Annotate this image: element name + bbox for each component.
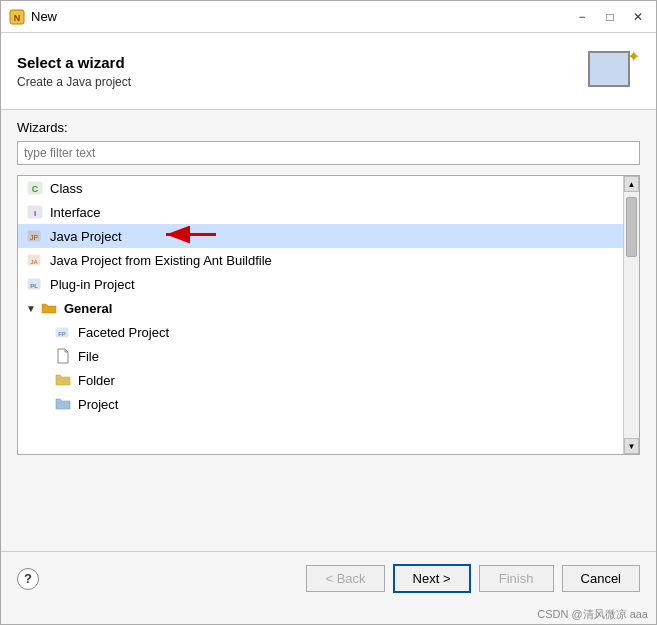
maximize-button[interactable]: □ (600, 7, 620, 27)
window-controls: − □ ✕ (572, 7, 648, 27)
svg-text:JP: JP (30, 234, 39, 241)
scrollbar[interactable]: ▲ ▼ (623, 176, 639, 454)
scrollbar-thumb[interactable] (626, 197, 637, 257)
list-item-interface-label: Interface (50, 205, 101, 220)
filter-input[interactable] (17, 141, 640, 165)
list-item-faceted-label: Faceted Project (78, 325, 169, 340)
window: N New − □ ✕ Select a wizard Create a Jav… (0, 0, 657, 625)
java-project-icon: JP (26, 227, 44, 245)
header-text: Select a wizard Create a Java project (17, 54, 131, 89)
list-item-interface[interactable]: I Interface (18, 200, 623, 224)
file-icon (54, 347, 72, 365)
group-general-label: General (64, 301, 112, 316)
svg-text:N: N (14, 13, 21, 23)
svg-text:I: I (34, 209, 36, 218)
java-ant-icon: JA (26, 251, 44, 269)
header-section: Select a wizard Create a Java project ✦ (1, 33, 656, 110)
svg-text:JA: JA (30, 259, 38, 265)
watermark: CSDN @清风微凉 aaa (1, 605, 656, 624)
window-icon: N (9, 9, 25, 25)
cancel-button[interactable]: Cancel (562, 565, 640, 592)
chevron-down-icon: ▼ (26, 303, 36, 314)
svg-text:FP: FP (58, 331, 66, 337)
wizards-list[interactable]: C Class I Interface JP (18, 176, 623, 454)
list-item-folder[interactable]: Folder (18, 368, 623, 392)
list-item-java-ant-label: Java Project from Existing Ant Buildfile (50, 253, 272, 268)
scrollbar-track[interactable] (624, 192, 639, 438)
svg-text:PL: PL (30, 283, 38, 289)
general-folder-icon (40, 299, 58, 317)
help-button[interactable]: ? (17, 568, 39, 590)
close-button[interactable]: ✕ (628, 7, 648, 27)
list-item-file-label: File (78, 349, 99, 364)
next-button[interactable]: Next > (393, 564, 471, 593)
wizards-list-container: C Class I Interface JP (17, 175, 640, 455)
header-subtitle: Create a Java project (17, 75, 131, 89)
list-item-java-project-label: Java Project (50, 229, 122, 244)
plugin-icon: PL (26, 275, 44, 293)
header-sparkle-icon: ✦ (627, 47, 640, 66)
list-item-project-label: Project (78, 397, 118, 412)
window-title: New (31, 9, 572, 24)
title-bar: N New − □ ✕ (1, 1, 656, 33)
sub-folder-icon (54, 371, 72, 389)
list-item-class-label: Class (50, 181, 83, 196)
wizards-label: Wizards: (17, 120, 640, 135)
back-button[interactable]: < Back (306, 565, 384, 592)
arrow-indicator (158, 223, 218, 250)
minimize-button[interactable]: − (572, 7, 592, 27)
group-item-general[interactable]: ▼ General (18, 296, 623, 320)
wizards-section: Wizards: (1, 110, 656, 175)
list-item-java-project[interactable]: JP Java Project (18, 224, 623, 248)
footer: ? < Back Next > Finish Cancel (1, 552, 656, 605)
list-item-plugin-label: Plug-in Project (50, 277, 135, 292)
list-item-file[interactable]: File (18, 344, 623, 368)
list-item-plugin[interactable]: PL Plug-in Project (18, 272, 623, 296)
list-item-class[interactable]: C Class (18, 176, 623, 200)
header-icon: ✦ (588, 47, 640, 95)
scroll-down-button[interactable]: ▼ (624, 438, 639, 454)
spacer (1, 455, 656, 551)
list-item-project[interactable]: Project (18, 392, 623, 416)
header-title: Select a wizard (17, 54, 131, 71)
list-item-folder-label: Folder (78, 373, 115, 388)
interface-icon: I (26, 203, 44, 221)
finish-button[interactable]: Finish (479, 565, 554, 592)
faceted-project-icon: FP (54, 323, 72, 341)
project-icon (54, 395, 72, 413)
svg-text:C: C (32, 184, 39, 194)
list-item-java-ant[interactable]: JA Java Project from Existing Ant Buildf… (18, 248, 623, 272)
scroll-up-button[interactable]: ▲ (624, 176, 639, 192)
header-screen-graphic (588, 51, 630, 87)
list-item-faceted[interactable]: FP Faceted Project (18, 320, 623, 344)
class-icon: C (26, 179, 44, 197)
